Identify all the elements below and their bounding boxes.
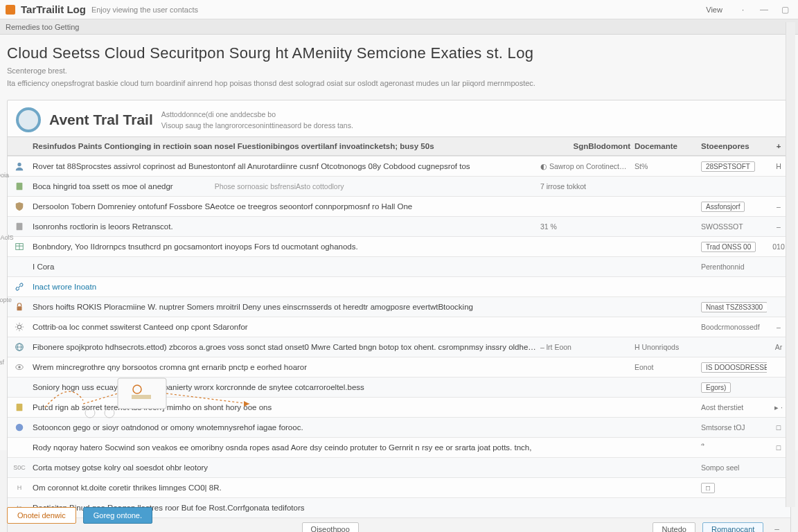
table-row[interactable]: Shors hoifts ROKIS Ploracmiine W. nuptre… bbox=[8, 296, 790, 317]
table-row[interactable]: Bonbndory, Yoo IIdrornpcs tnsuthcrd pn g… bbox=[8, 236, 790, 256]
col-d-value: Perenthonnid bbox=[701, 263, 767, 271]
subbar: Remedies too Getting bbox=[0, 19, 798, 35]
event-text: Corta motsey gotse kolry oal soesdot ohb… bbox=[33, 463, 536, 472]
menu-more[interactable]: · bbox=[735, 4, 751, 15]
panel-icon bbox=[16, 107, 41, 132]
badge-icon bbox=[13, 421, 26, 434]
col-d-value: Smtsorse tOJ bbox=[701, 423, 767, 432]
table-row[interactable]: Boca hingrid toa ssett os moe ol anedgrP… bbox=[8, 176, 790, 196]
gutter-b: CAolS bbox=[0, 234, 24, 241]
user-icon bbox=[13, 160, 26, 172]
svg-point-20 bbox=[105, 408, 114, 418]
col-b-value: ◐ Sawrop on Corotinectoosh. bbox=[540, 162, 630, 170]
col-d-value: ՞ bbox=[701, 443, 767, 452]
list-header: Resinfudos Paints Contionging in rectioi… bbox=[8, 136, 790, 156]
page-subtitle-2: Ita efficiency onepsfrograt baskie cloud… bbox=[7, 79, 791, 87]
footer-right-button[interactable]: Romanocant bbox=[702, 522, 763, 532]
col-b-value: 31 % bbox=[540, 222, 630, 231]
col-d[interactable]: Stoeenpores bbox=[701, 142, 767, 150]
col-e-value: □ bbox=[771, 443, 786, 452]
table-row[interactable]: Fibonere spojkproto hdhsecrots.ettod) zb… bbox=[8, 337, 790, 357]
col-e-value: – bbox=[771, 222, 786, 231]
blank-icon: H bbox=[13, 481, 26, 494]
table-row[interactable]: Inact wrore Inoatn bbox=[8, 276, 790, 296]
footer-left-button[interactable]: Nutedo bbox=[653, 522, 695, 532]
table-row[interactable]: S0CCorta motsey gotse kolry oal soesdot … bbox=[8, 457, 790, 477]
event-text: Bonbndory, Yoo IIdrornpcs tnsuthcrd pn g… bbox=[33, 242, 536, 251]
blank-icon: S0C bbox=[13, 461, 26, 474]
table-row[interactable]: I CoraPerenthonnid bbox=[8, 256, 790, 276]
right-scroll-rail[interactable] bbox=[786, 22, 795, 507]
col-event[interactable]: Resinfudos Paints Contionging in rectioi… bbox=[33, 142, 536, 150]
panel-meta-2: Visoup saug the langrororcesoninttineaso… bbox=[161, 121, 353, 130]
menu-view[interactable]: View bbox=[699, 4, 729, 15]
page-title: Cloud Seetss Cloud Securitpon Sourg ht A… bbox=[7, 44, 791, 62]
table-row[interactable]: Rover tat 88Sprocstes assivrol coprinost… bbox=[8, 156, 790, 176]
col-c[interactable]: Docemante bbox=[635, 142, 697, 150]
panel-header: Avent Tral Trail Asttoddonnce(di one and… bbox=[8, 100, 790, 136]
col-c-value: Eonot bbox=[635, 363, 697, 371]
col-b-value: – lrt Eoon bbox=[540, 343, 630, 351]
svg-marker-18 bbox=[244, 401, 249, 407]
event-text: Shors hoifts ROKIS Ploracmiine W. nuptre… bbox=[33, 303, 536, 311]
col-d-value: Aost therstiet bbox=[701, 403, 767, 411]
col-e-value: H bbox=[771, 162, 786, 170]
table-row[interactable]: Rody nqoray hatero Socwind son veakos ee… bbox=[8, 437, 790, 457]
svg-point-0 bbox=[17, 163, 21, 166]
event-text: Isonronhs roctlorin is leoors Retranscot… bbox=[33, 222, 536, 231]
event-text: Cottrib·oa loc conmet sswiterst Canteed … bbox=[33, 323, 536, 331]
note-icon bbox=[13, 401, 26, 414]
col-b[interactable]: SgnBlodomont bbox=[540, 142, 630, 150]
svg-point-14 bbox=[16, 424, 24, 432]
col-e[interactable]: + bbox=[771, 142, 786, 150]
min-button[interactable]: — bbox=[756, 5, 772, 15]
app-icon bbox=[6, 5, 15, 15]
col-d-value: Sompo seel bbox=[701, 463, 767, 472]
col-e-value: Ar bbox=[771, 343, 786, 351]
event-text: Rody nqoray hatero Socwind son veakos ee… bbox=[33, 443, 536, 452]
table-row[interactable]: Cottrib·oa loc conmet sswiterst Canteed … bbox=[8, 317, 790, 337]
table-row[interactable]: HOm coronnot kt.doite coretir thrikes li… bbox=[8, 477, 790, 497]
action-primary[interactable]: Onotei denwic bbox=[7, 507, 76, 524]
event-text: Fibonere spojkproto hdhsecrots.ettod) zb… bbox=[33, 343, 536, 351]
sketch-diagram bbox=[42, 373, 277, 421]
col-d-value: Trad ONSS 00 bbox=[701, 242, 767, 252]
action-bar: Onotei denwic Goreg ontone. bbox=[7, 507, 152, 524]
app-title: TarTrailit Log bbox=[21, 3, 86, 15]
footer-inline-button[interactable]: Oiseothpoo bbox=[302, 522, 359, 532]
event-text: I Cora bbox=[33, 263, 536, 271]
col-d-value: Egors) bbox=[701, 382, 767, 393]
col-d-value: 28SPSTSOFT bbox=[701, 161, 767, 172]
svg-rect-17 bbox=[132, 395, 151, 399]
table-row[interactable]: Dersoolon Tobern Domreniey ontofunf Foss… bbox=[8, 196, 790, 216]
col-d-value: IS DOOOSDRESSE bbox=[701, 362, 767, 373]
col-d-value: Boodcrmonossedf bbox=[701, 323, 767, 331]
table-row[interactable]: Isonronhs roctlorin is leoors Retranscot… bbox=[8, 216, 790, 236]
event-text[interactable]: Inact wrore Inoatn bbox=[33, 283, 536, 291]
left-gutter: Ooia CAolS Fopte hsf bbox=[0, 172, 24, 366]
event-text: Sotooncon gego or sioyr oatndonod or omo… bbox=[33, 423, 536, 432]
event-text: Wrem mincregrothre qny borsootos cromna … bbox=[33, 363, 536, 371]
col-b-value: 7 irrose tokkot bbox=[540, 182, 630, 190]
event-text: Rover tat 88Sprocstes assivrol coprinost… bbox=[33, 162, 536, 170]
events-panel: Avent Tral Trail Asttoddonnce(di one and… bbox=[7, 100, 791, 532]
col-e-value: – bbox=[771, 202, 786, 211]
footer-plus[interactable]: – bbox=[770, 524, 783, 532]
blank-icon bbox=[13, 441, 26, 454]
max-button[interactable]: ▢ bbox=[777, 5, 792, 15]
col-c-value: St% bbox=[635, 162, 697, 170]
blank-icon bbox=[13, 381, 26, 393]
svg-rect-13 bbox=[17, 404, 23, 411]
event-text: Dersoolon Tobern Domreniey ontofunf Foss… bbox=[33, 202, 536, 211]
col-e-value: 010 bbox=[771, 242, 786, 251]
svg-point-12 bbox=[18, 366, 21, 369]
titlebar: TarTrailit Log Enjoy viewing the user co… bbox=[0, 0, 798, 19]
col-d-value: Nnast TSZ8S3300 bbox=[701, 302, 767, 312]
action-secondary[interactable]: Goreg ontone. bbox=[83, 507, 152, 524]
gutter-c: Fopte bbox=[0, 296, 24, 303]
event-text: Boca hingrid toa ssett os moe ol anedgrP… bbox=[33, 182, 536, 190]
col-d-value: □ bbox=[701, 483, 767, 493]
col-e-value: □ bbox=[771, 423, 786, 432]
app-subtitle: Enjoy viewing the user contacts bbox=[91, 6, 198, 14]
svg-point-19 bbox=[85, 408, 95, 418]
